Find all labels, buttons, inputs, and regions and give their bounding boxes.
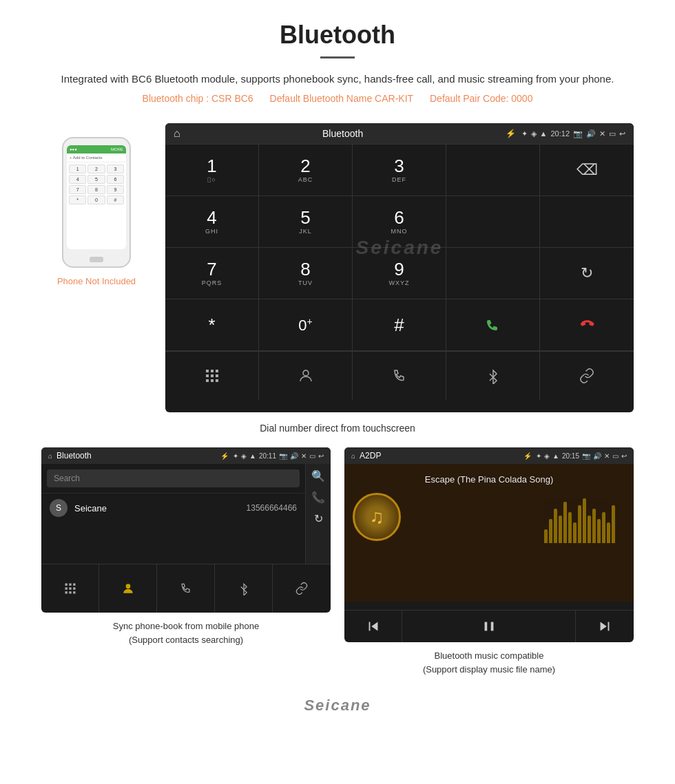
signal-icon: ▲: [540, 129, 548, 138]
svg-marker-23: [371, 622, 377, 631]
pb-time: 20:11: [259, 452, 276, 460]
pb-home-icon[interactable]: ⌂: [48, 452, 52, 460]
key-empty-3: [540, 196, 634, 248]
action-grid[interactable]: [165, 352, 259, 400]
key-4[interactable]: 4GHI: [165, 196, 259, 248]
spec-pair-code: Default Pair Code: 0000: [430, 93, 532, 104]
key-star[interactable]: *: [165, 299, 259, 351]
key-refresh[interactable]: ↻: [540, 248, 634, 299]
key-9[interactable]: 9WXYZ: [353, 248, 446, 299]
phone-home-button: [90, 257, 103, 262]
music-home-icon[interactable]: ⌂: [351, 452, 355, 460]
key-7[interactable]: 7PQRS: [165, 248, 259, 299]
pb-action-user[interactable]: [99, 564, 157, 613]
bluetooth-icon: [485, 368, 501, 384]
dial-screen: ⌂ Bluetooth ⚡ ✦ ◈ ▲ 20:12 📷 🔊 ✕ ▭ ↩ Seic…: [165, 123, 634, 412]
key-8[interactable]: 8TUV: [259, 248, 353, 299]
pb-title: Bluetooth: [56, 451, 216, 460]
time-display: 20:12: [550, 129, 570, 138]
action-phone[interactable]: [353, 352, 446, 400]
contacts-icon: [298, 368, 314, 384]
page-specs: Bluetooth chip : CSR BC6 Default Bluetoo…: [41, 93, 634, 104]
pb-spacer: [41, 522, 305, 564]
pb-bluetooth-icon: [237, 582, 251, 595]
pb-status-icons: ✦ ◈ ▲ 20:11 📷 🔊 ✕ ▭ ↩: [233, 452, 324, 460]
pb-phone-icon[interactable]: 📞: [311, 491, 325, 504]
home-icon[interactable]: ⌂: [174, 127, 180, 140]
music-play-pause[interactable]: [402, 611, 576, 642]
phone-screen: ●●● MORE + Add to Contacts 1 2 3 4 5 6 7…: [67, 145, 126, 249]
svg-rect-15: [65, 587, 67, 589]
action-link[interactable]: [540, 352, 634, 400]
key-hash[interactable]: #: [353, 299, 446, 351]
music-prev[interactable]: [344, 611, 402, 642]
camera-icon: 📷: [573, 129, 583, 138]
key-5[interactable]: 5JKL: [259, 196, 353, 248]
pb-phone-action-icon: [179, 582, 193, 595]
phone-not-included-label: Phone Not Included: [57, 276, 136, 286]
contact-name: Seicane: [74, 503, 107, 513]
phonebook-contact-row[interactable]: S Seicane 13566664466: [41, 493, 305, 522]
music-screen: ⌂ A2DP ⚡ ✦ ◈ ▲ 20:15 📷 🔊 ✕ ▭ ↩ Escape (T…: [344, 447, 634, 642]
music-usb-icon: ⚡: [523, 452, 532, 460]
window-icon[interactable]: ▭: [609, 129, 616, 138]
phone-keypad: 1 2 3 4 5 6 7 8 9 * 0 #: [67, 162, 126, 206]
music-next[interactable]: [576, 611, 634, 642]
svg-rect-6: [206, 379, 209, 382]
usb-icon: ⚡: [506, 129, 516, 138]
pb-search-icon[interactable]: 🔍: [311, 469, 325, 483]
back-icon[interactable]: ↩: [619, 129, 625, 138]
title-divider: [320, 56, 355, 59]
music-title: A2DP: [360, 451, 519, 460]
svg-rect-16: [69, 587, 71, 589]
key-2[interactable]: 2ABC: [259, 145, 353, 196]
pb-action-grid[interactable]: [41, 564, 99, 613]
music-visualizer: [544, 488, 627, 543]
phone-screen-contact: + Add to Contacts: [67, 153, 126, 162]
music-content-area: Escape (The Pina Colada Song) ♫: [344, 464, 634, 602]
phonebook-search-bar[interactable]: Search: [47, 469, 300, 487]
action-contacts[interactable]: [259, 352, 353, 400]
svg-rect-12: [65, 584, 67, 586]
contact-number: 13566664466: [247, 503, 297, 513]
bottom-section: ⌂ Bluetooth ⚡ ✦ ◈ ▲ 20:11 📷 🔊 ✕ ▭ ↩: [0, 447, 675, 690]
viz-bar: [544, 529, 548, 543]
pb-action-bluetooth[interactable]: [215, 564, 273, 613]
action-bluetooth[interactable]: [446, 352, 540, 400]
next-icon: [597, 619, 612, 634]
svg-rect-13: [69, 584, 71, 586]
svg-rect-1: [211, 370, 214, 372]
pb-refresh-icon[interactable]: ↻: [314, 512, 323, 525]
grid-icon: [204, 368, 220, 384]
svg-rect-5: [216, 374, 218, 377]
music-controls-bar: [344, 610, 634, 642]
svg-marker-27: [601, 622, 607, 631]
music-song-title: Escape (The Pina Colada Song): [425, 474, 553, 485]
svg-rect-7: [211, 379, 214, 382]
key-call-end[interactable]: [540, 299, 634, 351]
key-3[interactable]: 3DEF: [353, 145, 446, 196]
svg-rect-28: [608, 622, 610, 631]
search-placeholder: Search: [54, 474, 80, 483]
svg-rect-4: [211, 374, 214, 377]
phonebook-status-bar: ⌂ Bluetooth ⚡ ✦ ◈ ▲ 20:11 📷 🔊 ✕ ▭ ↩: [41, 447, 331, 464]
key-6[interactable]: 6MNO: [353, 196, 446, 248]
footer-watermark: Seicane: [0, 690, 675, 728]
close-icon[interactable]: ✕: [599, 129, 605, 138]
svg-rect-26: [490, 622, 493, 631]
music-album-art: ♫: [353, 493, 401, 541]
phonebook-card: ⌂ Bluetooth ⚡ ✦ ◈ ▲ 20:11 📷 🔊 ✕ ▭ ↩: [41, 447, 331, 676]
spec-bluetooth-chip: Bluetooth chip : CSR BC6: [143, 93, 253, 104]
spec-bt-name: Default Bluetooth Name CAR-KIT: [270, 93, 414, 104]
key-0[interactable]: 0+: [259, 299, 353, 351]
footer-brand: Seicane: [304, 697, 371, 714]
pb-action-phone[interactable]: [157, 564, 215, 613]
phone-icon: [391, 368, 408, 384]
svg-point-9: [303, 370, 309, 376]
key-backspace[interactable]: ⌫: [540, 145, 634, 196]
key-1[interactable]: 1⌷○: [165, 145, 259, 196]
pb-action-link[interactable]: [273, 564, 331, 613]
svg-rect-25: [484, 622, 487, 631]
dial-action-bar: [165, 351, 634, 400]
key-call-accept[interactable]: [446, 299, 540, 351]
